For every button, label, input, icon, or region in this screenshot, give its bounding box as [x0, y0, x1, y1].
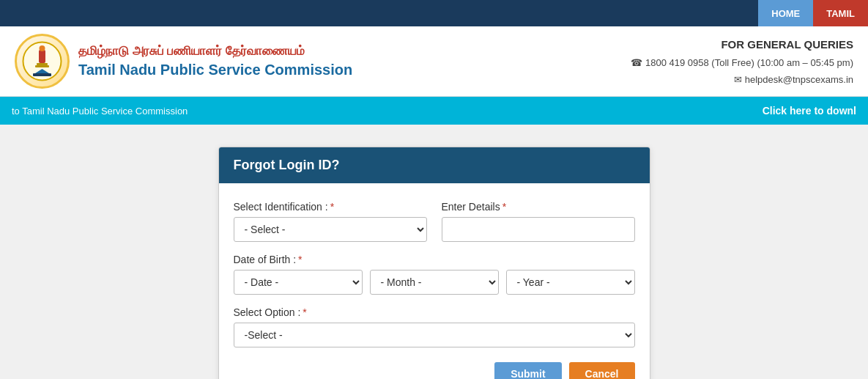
cancel-button[interactable]: Cancel: [569, 362, 635, 379]
dob-label: Date of Birth :*: [234, 254, 635, 265]
month-select[interactable]: - Month - January February March April M…: [370, 270, 499, 295]
svg-rect-2: [37, 63, 48, 65]
contact-info: FOR GENERAL QUERIES ☎ 1800 419 0958 (Tol…: [631, 34, 853, 89]
form-buttons: Submit Cancel: [234, 362, 635, 379]
option-select[interactable]: -Select - Email Mobile: [234, 323, 635, 347]
identification-group: Select Identification :* - Select - Aadh…: [234, 201, 427, 242]
site-header: தமிழ்நாடு அரசுப் பணியாளர் தேர்வாணையம் Ta…: [0, 26, 868, 97]
click-here-link[interactable]: Click here to downl: [763, 105, 856, 117]
top-navigation: HOME TAMIL: [0, 0, 868, 26]
date-row: - Date - - Month - January February Marc…: [234, 270, 635, 295]
org-identity: தமிழ்நாடு அரசுப் பணியாளர் தேர்வாணையம் Ta…: [15, 34, 352, 89]
org-name-english: Tamil Nadu Public Service Commission: [78, 62, 352, 78]
org-name-tamil: தமிழ்நாடு அரசுப் பணியாளர் தேர்வாணையம்: [78, 44, 352, 59]
year-group: - Year -: [506, 270, 635, 295]
svg-point-3: [40, 45, 45, 51]
org-names: தமிழ்நாடு அரசுப் பணியாளர் தேர்வாணையம் Ta…: [78, 44, 352, 78]
month-group: - Month - January February March April M…: [370, 270, 499, 295]
year-select[interactable]: - Year -: [506, 270, 635, 295]
form-body: Select Identification :* - Select - Aadh…: [219, 183, 650, 379]
identification-select[interactable]: - Select - Aadhaar Number PAN Number Mob…: [234, 217, 427, 242]
ticker-bar: to Tamil Nadu Public Service Commission …: [0, 97, 868, 125]
select-option-section: Select Option :* -Select - Email Mobile: [234, 306, 635, 347]
date-select[interactable]: - Date -: [234, 270, 363, 295]
identification-row: Select Identification :* - Select - Aadh…: [234, 201, 635, 242]
enter-details-group: Enter Details*: [442, 201, 635, 242]
identification-label: Select Identification :*: [234, 201, 427, 213]
phone-number: ☎ 1800 419 0958 (Toll Free) (10:00 am – …: [631, 54, 853, 71]
svg-rect-1: [39, 50, 45, 63]
dob-section: Date of Birth :* - Date - - Month - Janu…: [234, 254, 635, 295]
enter-details-label: Enter Details*: [442, 201, 635, 213]
submit-button[interactable]: Submit: [494, 362, 561, 379]
tamil-button[interactable]: TAMIL: [813, 0, 868, 26]
queries-title: FOR GENERAL QUERIES: [631, 34, 853, 54]
select-option-label: Select Option :*: [234, 306, 635, 318]
home-button[interactable]: HOME: [758, 0, 813, 26]
form-title: Forgot Login ID?: [219, 147, 650, 183]
date-group: - Date -: [234, 270, 363, 295]
svg-rect-4: [35, 65, 49, 67]
org-logo: [15, 34, 70, 89]
svg-rect-6: [33, 73, 51, 76]
forgot-login-form-card: Forgot Login ID? Select Identification :…: [218, 147, 650, 379]
enter-details-input[interactable]: [442, 217, 635, 242]
ticker-left-text: to Tamil Nadu Public Service Commission: [12, 106, 188, 117]
email-address: ✉ helpdesk@tnpscexams.in: [631, 71, 853, 88]
main-content: Forgot Login ID? Select Identification :…: [0, 125, 868, 379]
